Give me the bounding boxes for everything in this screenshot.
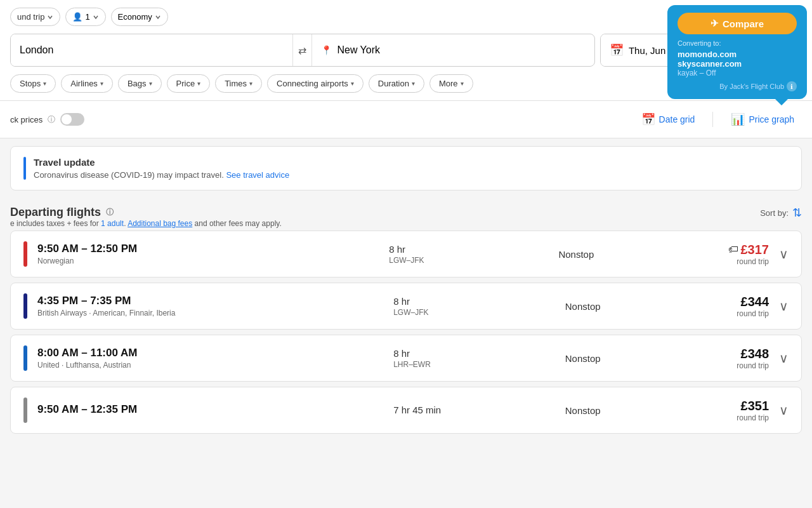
flight-price: £348 round trip [737,347,769,370]
compare-footer-text: By Jack's Flight Club [719,83,784,90]
filter-times[interactable]: Times ▾ [215,74,262,93]
flight-duration: 8 hr LHR–EWR [381,348,565,369]
view-toggle-row: ck prices ⓘ 📅 Date grid 📊 Price graph [0,101,812,138]
destination-group: 📍 [312,34,594,66]
compare-label: Compare [723,18,764,29]
flight-card[interactable]: 9:50 AM – 12:50 PM Norwegian 8 hr LGW–JF… [10,231,802,277]
stops-label: Nonstop [565,405,737,416]
flight-stops: Nonstop [565,301,737,312]
flight-stops: Nonstop [565,353,737,364]
price-amount: £317 [741,243,769,257]
filter-airlines[interactable]: Airlines ▾ [61,74,113,93]
expand-button[interactable]: ∨ [779,403,789,418]
price-chevron: ▾ [197,80,200,87]
track-prices-section: ck prices ⓘ [10,113,84,126]
trip-type-button[interactable]: und trip [10,8,60,26]
price-graph-button[interactable]: 📊 Price graph [723,109,802,130]
filter-connecting-airports[interactable]: Connecting airports ▾ [267,74,363,93]
origin-input[interactable] [11,34,292,66]
duration-time: 8 hr [393,348,565,359]
flight-times: 9:50 AM – 12:50 PM Norwegian [37,243,376,265]
compare-button[interactable]: ✈ Compare [678,13,797,34]
time-range: 8:00 AM – 11:00 AM [37,347,381,359]
passengers-count: 1 [85,12,89,22]
duration-route: LHR–EWR [393,360,565,369]
passengers-button[interactable]: 👤 1 [65,8,105,26]
airline-name: Norwegian [37,257,376,265]
filter-bags[interactable]: Bags ▾ [118,74,162,93]
location-group: ⇄ 📍 [10,34,595,67]
flight-card[interactable]: 8:00 AM – 11:00 AM United · Lufthansa, A… [10,335,802,382]
track-prices-toggle[interactable] [60,113,84,126]
duration-time: 7 hr 45 min [393,404,565,415]
sort-icon[interactable]: ⇅ [792,206,802,220]
filter-duration[interactable]: Duration ▾ [369,74,424,93]
date-grid-label: Date grid [659,114,695,124]
date-grid-button[interactable]: 📅 Date grid [634,109,703,130]
airline-logo [23,293,27,319]
price-amount: £351 [741,399,769,413]
results-section: Departing flights ⓘ e includes taxes + f… [0,198,812,439]
flight-times: 8:00 AM – 11:00 AM United · Lufthansa, A… [37,347,381,370]
price-type: round trip [737,413,769,422]
duration-route: LGW–JFK [389,256,558,265]
duration-time: 8 hr [393,296,565,307]
flight-card[interactable]: 9:50 AM – 12:35 PM 7 hr 45 min Nonstop £… [10,387,802,434]
cabin-button[interactable]: Economy [111,8,168,26]
see-travel-advice-link[interactable]: See travel advice [226,170,289,180]
trip-type-label: und trip [17,12,44,22]
additional-bag-fees-link[interactable]: Additional bag fees [128,219,192,228]
results-header-left: Departing flights ⓘ e includes taxes + f… [10,206,282,228]
time-range: 9:50 AM – 12:50 PM [37,243,376,255]
price-note-text: e includes taxes + fees for [10,219,99,228]
track-prices-info-icon[interactable]: ⓘ [48,114,55,125]
flight-duration: 8 hr LGW–JFK [376,244,558,265]
flight-duration: 8 hr LGW–JFK [381,296,565,317]
popup-tail [775,99,788,105]
flight-card[interactable]: 4:35 PM – 7:35 PM British Airways · Amer… [10,283,802,330]
expand-button[interactable]: ∨ [779,351,789,366]
sort-by-label: Sort by: [760,208,789,218]
price-type: round trip [737,361,769,370]
converting-label: Converting to: [678,39,797,47]
update-bar [23,157,26,180]
filter-stops[interactable]: Stops ▾ [10,74,56,93]
expand-button[interactable]: ∨ [779,298,789,314]
flight-price: 🏷 £317 round trip [728,243,769,266]
destination-input[interactable] [337,39,585,61]
compare-info-icon[interactable]: ℹ [787,81,797,91]
compare-popup: ✈ Compare Converting to: momondo.com sky… [667,5,807,99]
flight-price: £344 round trip [737,295,769,318]
sort-row: Sort by: ⇅ [760,206,802,220]
more-chevron: ▾ [461,80,464,87]
flight-duration: 7 hr 45 min [381,404,565,417]
adult-count: 1 adult [101,219,124,228]
travel-update-card: Travel update Coronavirus disease (COVID… [10,146,802,190]
swap-button[interactable]: ⇄ [292,34,312,66]
trip-type-chevron [47,14,53,20]
stops-chevron: ▾ [43,80,46,87]
price-amount: £344 [741,295,769,309]
compare-site2: skyscanner.com [678,59,742,69]
flight-stops: Nonstop [565,405,737,416]
other-fees-text: and other fees may apply. [195,219,282,228]
filter-more[interactable]: More ▾ [429,74,473,93]
price-with-icon: 🏷 £317 [728,243,769,257]
expand-button[interactable]: ∨ [779,246,789,262]
results-info-icon[interactable]: ⓘ [106,207,114,218]
airline-logo [23,345,27,371]
time-range: 9:50 AM – 12:35 PM [37,403,381,416]
cabin-chevron [155,14,161,20]
price-graph-label: Price graph [749,114,794,124]
update-text: Coronavirus disease (COVID-19) may impac… [34,170,289,180]
calendar-icon: 📅 [610,43,624,57]
compare-sites: momondo.com skyscanner.com [678,50,797,69]
airlines-chevron: ▾ [100,80,103,87]
filter-price[interactable]: Price ▾ [167,74,211,93]
view-options: 📅 Date grid 📊 Price graph [634,109,802,130]
airline-name: United · Lufthansa, Austrian [37,361,381,370]
bags-chevron: ▾ [149,80,152,87]
duration-chevron: ▾ [412,80,415,87]
duration-time: 8 hr [389,244,558,255]
time-range: 4:35 PM – 7:35 PM [37,295,381,307]
